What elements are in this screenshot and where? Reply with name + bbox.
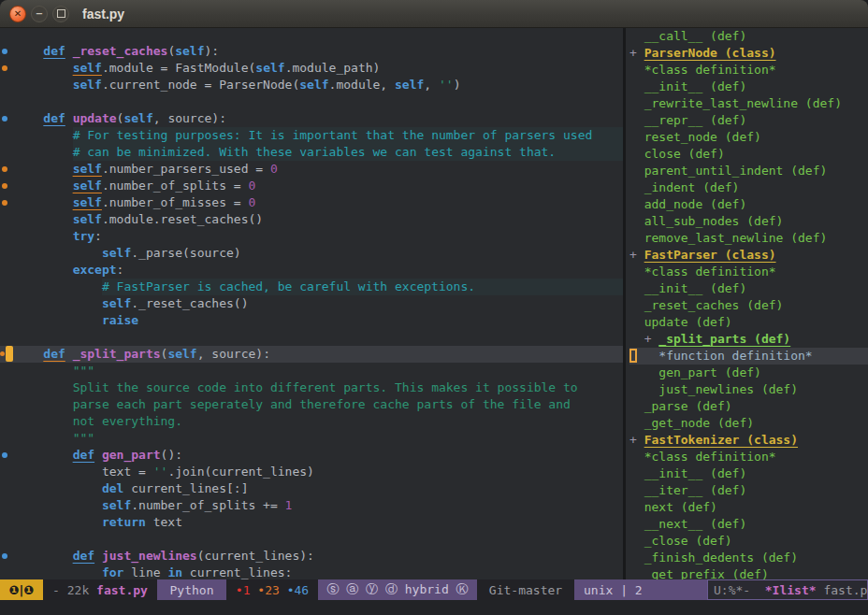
code-line[interactable]: for line in current_lines: bbox=[0, 565, 623, 579]
imenu-item[interactable]: _close (def) bbox=[629, 533, 868, 550]
imenu-sidebar[interactable]: __call__ (def)+ ParserNode (class) *clas… bbox=[626, 28, 868, 579]
imenu-item-label: *class definition* bbox=[644, 63, 776, 77]
code-line[interactable]: except: bbox=[0, 262, 623, 279]
imenu-item[interactable]: _finish_dedents (def) bbox=[629, 550, 868, 566]
imenu-item[interactable]: + _split_parts (def) bbox=[629, 331, 868, 348]
imenu-item-label: __init__ (def) bbox=[644, 79, 747, 93]
code-line[interactable]: raise bbox=[0, 312, 623, 329]
window-number-segment[interactable]: ❶|❶ bbox=[0, 579, 43, 600]
echo-area bbox=[0, 600, 868, 615]
encoding-segment[interactable]: unix | 2 bbox=[574, 579, 707, 600]
code-line[interactable]: self._parse(source) bbox=[0, 245, 623, 262]
imenu-item[interactable]: __init__ (def) bbox=[629, 465, 868, 482]
imenu-item[interactable]: *class definition* bbox=[629, 62, 868, 79]
gutter bbox=[0, 413, 14, 430]
code-line[interactable]: self.number_parsers_used = 0 bbox=[0, 161, 623, 178]
change-dot-marker bbox=[0, 178, 14, 194]
code-line[interactable]: """ bbox=[0, 363, 623, 379]
imenu-item[interactable]: + FastParser (class) bbox=[629, 247, 868, 264]
code-line[interactable]: not everything. bbox=[0, 413, 623, 430]
imenu-item[interactable]: gen_part (def) bbox=[629, 365, 868, 381]
code-line[interactable] bbox=[0, 329, 623, 346]
imenu-item[interactable]: all_sub_nodes (def) bbox=[629, 213, 868, 230]
imenu-item[interactable]: __iter__ (def) bbox=[629, 482, 868, 499]
change-dot-marker bbox=[0, 43, 14, 60]
code-line[interactable]: try: bbox=[0, 228, 623, 245]
code-line[interactable]: def update(self, source): bbox=[0, 110, 623, 127]
imenu-item[interactable]: update (def) bbox=[629, 314, 868, 331]
bookmark-bar-marker bbox=[0, 346, 14, 363]
code-line[interactable]: self.number_of_splits = 0 bbox=[0, 178, 623, 194]
imenu-item[interactable]: + ParserNode (class) bbox=[629, 45, 868, 62]
imenu-item[interactable]: next (def) bbox=[629, 499, 868, 516]
imenu-item[interactable]: _get_prefix (def) bbox=[629, 566, 868, 579]
code-line[interactable]: del current_lines[:] bbox=[0, 480, 623, 497]
imenu-item[interactable]: _parse (def) bbox=[629, 398, 868, 415]
code-line[interactable]: def gen_part(): bbox=[0, 447, 623, 464]
code-text: for line in current_lines: bbox=[102, 565, 293, 579]
imenu-item[interactable]: *function definition* bbox=[629, 348, 868, 365]
maximize-button[interactable] bbox=[52, 6, 69, 22]
imenu-item[interactable]: *class definition* bbox=[629, 264, 868, 280]
imenu-item[interactable]: remove_last_newline (def) bbox=[629, 230, 868, 247]
imenu-item[interactable]: add_node (def) bbox=[629, 196, 868, 213]
imenu-item[interactable]: __init__ (def) bbox=[629, 79, 868, 95]
code-line[interactable]: def _split_parts(self, source): bbox=[0, 346, 623, 363]
code-text: self.number_of_splits += 1 bbox=[102, 497, 293, 514]
code-text: raise bbox=[102, 312, 138, 329]
imenu-item[interactable]: close (def) bbox=[629, 146, 868, 163]
gutter bbox=[0, 211, 14, 228]
code-line[interactable]: self.number_of_misses = 0 bbox=[0, 194, 623, 211]
imenu-item[interactable]: just_newlines (def) bbox=[629, 381, 868, 398]
close-button[interactable]: ✕ bbox=[9, 6, 26, 22]
imenu-item[interactable]: _reset_caches (def) bbox=[629, 297, 868, 314]
code-text: def just_newlines(current_lines): bbox=[73, 548, 314, 565]
close-icon: ✕ bbox=[14, 8, 22, 19]
git-branch-segment[interactable]: Git-master bbox=[477, 579, 574, 600]
imenu-item[interactable]: _rewrite_last_newline (def) bbox=[629, 95, 868, 112]
code-text: """ bbox=[73, 430, 94, 447]
flycheck-counts-segment[interactable]: •1 •23 •46 bbox=[226, 579, 318, 600]
added-dot-icon bbox=[2, 553, 7, 559]
imenu-item-label: _parse (def) bbox=[644, 399, 732, 413]
imenu-item[interactable]: __next__ (def) bbox=[629, 516, 868, 533]
code-line[interactable]: """ bbox=[0, 430, 623, 447]
imenu-item[interactable]: __call__ (def) bbox=[629, 28, 868, 45]
code-pane[interactable]: def _reset_caches(self): self.module = F… bbox=[0, 28, 623, 579]
code-line[interactable] bbox=[0, 531, 623, 548]
buffer-info-segment[interactable]: - 22k fast.py bbox=[43, 579, 157, 600]
imenu-item[interactable]: *class definition* bbox=[629, 449, 868, 465]
imenu-item[interactable]: reset_node (def) bbox=[629, 129, 868, 146]
code-line[interactable]: # For testing purposes: It is important … bbox=[0, 127, 623, 144]
imenu-item[interactable]: parent_until_indent (def) bbox=[629, 163, 868, 179]
code-line[interactable]: return text bbox=[0, 514, 623, 531]
minor-modes-segment[interactable]: ⓢ ⓐ ⓨ ⓓ hybrid Ⓚ bbox=[318, 579, 477, 600]
imenu-item[interactable]: _get_node (def) bbox=[629, 415, 868, 432]
code-line[interactable]: def just_newlines(current_lines): bbox=[0, 548, 623, 565]
imenu-item[interactable]: + FastTokenizer (class) bbox=[629, 432, 868, 449]
modified-dot-icon bbox=[2, 65, 7, 71]
code-line[interactable]: text = ''.join(current_lines) bbox=[0, 464, 623, 480]
code-text: def _reset_caches(self): bbox=[43, 43, 219, 60]
imenu-item-label: _rewrite_last_newline (def) bbox=[644, 96, 842, 110]
code-line[interactable]: self.current_node = ParserNode(self.modu… bbox=[0, 77, 623, 93]
major-mode-segment[interactable]: Python bbox=[157, 579, 226, 600]
code-line[interactable]: self._reset_caches() bbox=[0, 295, 623, 312]
code-line[interactable]: # FastParser is cached, be careful with … bbox=[0, 279, 623, 295]
code-line[interactable]: parse each part seperately and therefore… bbox=[0, 396, 623, 413]
titlebar[interactable]: ✕ − fast.py bbox=[0, 0, 868, 28]
code-line[interactable]: def _reset_caches(self): bbox=[0, 43, 623, 60]
code-line[interactable]: # can be minimized. With these variables… bbox=[0, 144, 623, 161]
imenu-item[interactable]: _indent (def) bbox=[629, 179, 868, 196]
code-line[interactable]: Split the source code into different par… bbox=[0, 379, 623, 396]
gutter bbox=[0, 228, 14, 245]
code-line[interactable]: self.number_of_splits += 1 bbox=[0, 497, 623, 514]
bookmark-bar-icon bbox=[6, 346, 13, 362]
expand-plus-icon: + bbox=[629, 433, 644, 447]
minimize-button[interactable]: − bbox=[31, 6, 48, 22]
code-line[interactable]: self.module.reset_caches() bbox=[0, 211, 623, 228]
code-line[interactable]: self.module = FastModule(self.module_pat… bbox=[0, 60, 623, 77]
code-line[interactable] bbox=[0, 93, 623, 110]
imenu-item[interactable]: __repr__ (def) bbox=[629, 112, 868, 129]
imenu-item[interactable]: __init__ (def) bbox=[629, 280, 868, 297]
